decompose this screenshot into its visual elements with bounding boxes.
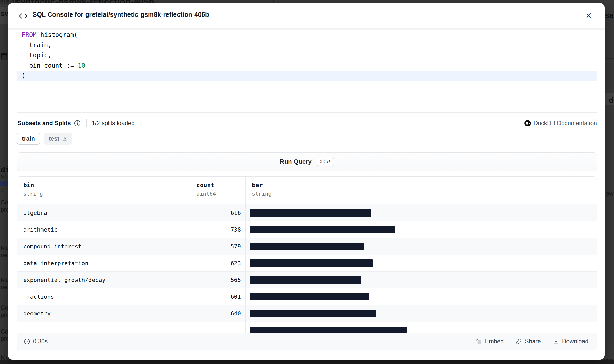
table-row[interactable]: [17, 322, 597, 333]
cell-count: 601: [190, 288, 246, 305]
close-icon[interactable]: ✕: [583, 10, 594, 21]
column-header-bin: binstring: [17, 177, 190, 204]
cell-bin: fractions: [17, 288, 190, 305]
histogram-bar: [250, 259, 373, 267]
sql-keyword: FROM: [22, 31, 37, 38]
query-duration-value: 0.30s: [33, 338, 48, 345]
table-row[interactable]: geometry640: [17, 305, 597, 322]
download-icon: [553, 338, 559, 345]
splits-loaded-status: 1/2 splits loaded: [92, 120, 135, 127]
code-line: topic,: [17, 50, 597, 61]
table-header-row: binstringcountuint64barstring: [17, 177, 597, 204]
split-label: test: [49, 135, 59, 142]
column-type: uint64: [196, 191, 245, 197]
cell-bin: compound interest: [17, 238, 190, 255]
table-row[interactable]: compound interest579: [17, 238, 597, 255]
cell-bar: [246, 204, 597, 221]
embed-label: Embed: [485, 338, 504, 345]
info-icon[interactable]: [74, 120, 81, 127]
cell-bin: data interpretation: [17, 255, 190, 271]
cell-bin: geometry: [17, 305, 190, 322]
subsets-and-splits-row: Subsets and Splits 1/2 splits loaded Duc…: [17, 117, 597, 129]
sql-text: ): [22, 72, 25, 79]
histogram-bar: [250, 226, 395, 233]
table-row[interactable]: fractions601: [17, 288, 597, 305]
duckdb-documentation-link[interactable]: DuckDB Documentation: [524, 120, 597, 127]
cell-bin: [17, 322, 190, 333]
sql-text: bin_count :=: [22, 62, 78, 69]
run-query-label: Run Query: [280, 158, 312, 165]
share-button[interactable]: Share: [516, 338, 541, 345]
code-icon: [18, 11, 28, 21]
results-actions: Embed Share Download: [475, 338, 588, 345]
query-duration: 0.30s: [24, 338, 48, 345]
table-row[interactable]: data interpretation623: [17, 255, 597, 271]
sql-text: train,: [22, 42, 52, 49]
sql-editor[interactable]: FROM histogram( train, topic, bin_count …: [17, 30, 597, 110]
cell-bin: algebra: [17, 204, 190, 221]
backdrop-bottom-strip: [0, 359, 614, 364]
cell-bar: [246, 221, 597, 238]
column-name: bar: [252, 182, 597, 188]
cell-bar: [246, 305, 597, 322]
duckdb-logo-icon: [524, 120, 531, 127]
modal-header: SQL Console for gretelai/synthetic-gsm8k…: [8, 3, 605, 28]
keyboard-shortcut-badge: ⌘ ↵: [317, 157, 334, 166]
sql-text: histogram(: [37, 31, 78, 38]
code-line: FROM histogram(: [17, 30, 597, 40]
column-name: bin: [23, 182, 190, 188]
column-header-bar: barstring: [246, 177, 597, 204]
histogram-bar: [250, 276, 361, 284]
download-icon: [62, 136, 67, 141]
cell-bar: [246, 255, 597, 271]
histogram-bar: [250, 243, 364, 250]
column-type: string: [23, 191, 190, 197]
backdrop-fragment: d: [609, 96, 613, 105]
split-button-train[interactable]: train: [17, 133, 40, 145]
vertical-separator: [86, 119, 87, 127]
cell-bar: [246, 322, 597, 333]
cell-bar: [246, 288, 597, 305]
embed-button[interactable]: Embed: [475, 338, 504, 345]
code-line: bin_count := 10: [17, 61, 597, 71]
cell-count: 579: [190, 238, 246, 255]
embed-icon: [475, 338, 482, 345]
column-name: count: [196, 182, 245, 188]
duckdb-documentation-label: DuckDB Documentation: [534, 120, 597, 127]
table-row[interactable]: arithmetic738: [17, 221, 597, 238]
cell-bar: [246, 238, 597, 255]
sql-number: 10: [78, 62, 85, 69]
table-row[interactable]: algebra616: [17, 204, 597, 221]
cell-bin: exponential growth/decay: [17, 272, 190, 288]
query-results-panel: binstringcountuint64barstring algebra616…: [17, 176, 597, 350]
download-button[interactable]: Download: [553, 338, 588, 345]
split-buttons-row: traintest: [17, 133, 72, 145]
share-label: Share: [525, 338, 541, 345]
clock-icon: [24, 338, 30, 345]
cell-bin: arithmetic: [17, 221, 190, 238]
histogram-bar: [250, 293, 369, 300]
histogram-bar: [250, 327, 407, 333]
cell-count: 616: [190, 204, 246, 221]
share-link-icon: [516, 338, 522, 345]
table-row[interactable]: exponential growth/decay565: [17, 271, 597, 288]
cell-count: [190, 322, 246, 333]
screen: etelai/ synthetic-gsm8k-reflection-405b …: [0, 0, 614, 364]
cell-count: 738: [190, 221, 246, 238]
column-type: string: [252, 191, 597, 197]
table-rows-viewport[interactable]: algebra616arithmetic738compound interest…: [17, 204, 597, 333]
run-query-button[interactable]: Run Query ⌘ ↵: [17, 152, 597, 171]
sql-console-modal: SQL Console for gretelai/synthetic-gsm8k…: [8, 3, 605, 360]
cell-count: 565: [190, 272, 246, 288]
code-line: ): [17, 71, 597, 81]
resize-divider[interactable]: [17, 112, 597, 113]
modal-title: SQL Console for gretelai/synthetic-gsm8k…: [33, 11, 209, 18]
split-label: train: [22, 135, 35, 142]
histogram-bar: [250, 310, 376, 317]
indent-guide: [20, 40, 20, 70]
column-header-count: countuint64: [190, 177, 246, 204]
split-button-test[interactable]: test: [44, 133, 72, 145]
cell-count: 640: [190, 305, 246, 322]
backdrop-selected-row-band: [0, 181, 8, 186]
download-label: Download: [562, 338, 588, 345]
